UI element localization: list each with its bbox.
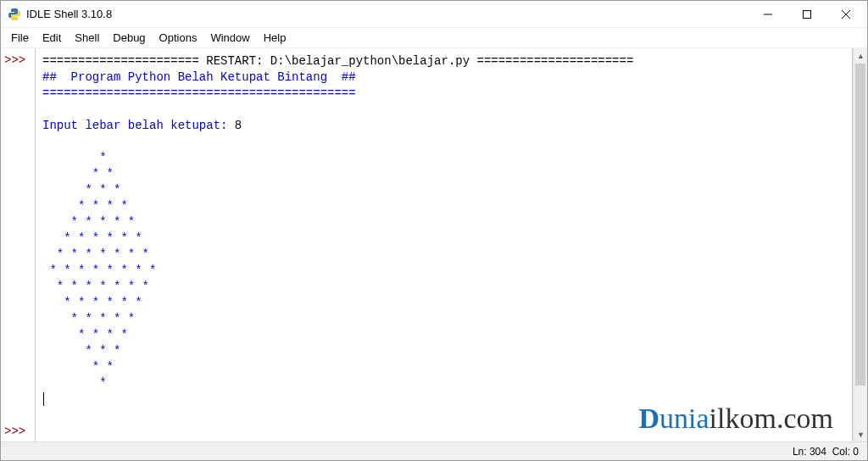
menubar: File Edit Shell Debug Options Window Hel… bbox=[1, 28, 867, 48]
menu-debug[interactable]: Debug bbox=[106, 30, 152, 46]
pattern-row: * * bbox=[42, 360, 120, 374]
text-cursor bbox=[43, 392, 44, 406]
svg-rect-1 bbox=[804, 10, 811, 18]
pattern-row: * * * bbox=[42, 183, 128, 197]
window-title: IDLE Shell 3.10.8 bbox=[26, 8, 112, 20]
pattern-row: * * * * * * * bbox=[42, 247, 156, 261]
pattern-row: * bbox=[42, 151, 114, 164]
scroll-down-icon[interactable]: ▼ bbox=[854, 427, 868, 442]
pattern-row: * * * * * bbox=[42, 312, 142, 325]
python-icon bbox=[8, 8, 21, 21]
ln-value: 304 bbox=[810, 446, 826, 458]
menu-edit[interactable]: Edit bbox=[36, 30, 68, 46]
col-value: 0 bbox=[853, 446, 859, 458]
prompt-gutter: >>> >>> bbox=[1, 48, 35, 442]
editor-area: >>> >>> ====================== RESTART: … bbox=[1, 48, 867, 442]
input-value: 8 bbox=[235, 119, 242, 132]
pattern-row: * * * bbox=[42, 344, 128, 358]
menu-options[interactable]: Options bbox=[153, 30, 204, 46]
pattern-row: * * * * bbox=[42, 199, 135, 213]
pattern-row: * * * * bbox=[42, 328, 135, 342]
pattern-row: * * * * * bbox=[42, 215, 142, 229]
minimize-button[interactable] bbox=[748, 1, 787, 28]
ln-label: Ln: bbox=[793, 446, 807, 458]
scroll-up-icon[interactable]: ▲ bbox=[854, 48, 868, 63]
input-prompt: Input lebar belah ketupat: bbox=[42, 119, 235, 132]
header-divider: ========================================… bbox=[42, 86, 356, 100]
prompt-top: >>> bbox=[4, 53, 31, 67]
restart-line: ====================== RESTART: D:\belaj… bbox=[42, 54, 633, 68]
pattern-row: * * * * * * * bbox=[42, 280, 156, 293]
titlebar: IDLE Shell 3.10.8 bbox=[1, 1, 867, 28]
shell-output[interactable]: ====================== RESTART: D:\belaj… bbox=[35, 48, 853, 442]
maximize-button[interactable] bbox=[787, 1, 826, 28]
menu-help[interactable]: Help bbox=[257, 30, 293, 46]
pattern-row: * * * * * * bbox=[42, 296, 149, 309]
pattern-row: * * * * * * * * bbox=[42, 264, 164, 277]
close-button[interactable] bbox=[826, 1, 865, 28]
prompt-bottom: >>> bbox=[4, 425, 31, 438]
col-label: Col: bbox=[832, 446, 850, 458]
menu-file[interactable]: File bbox=[4, 30, 36, 46]
menu-shell[interactable]: Shell bbox=[68, 30, 106, 46]
pattern-row: * * * * * * bbox=[42, 231, 149, 245]
vertical-scrollbar[interactable]: ▲ ▼ bbox=[853, 48, 867, 442]
pattern-row: * * bbox=[42, 167, 120, 181]
pattern-row: * bbox=[42, 376, 114, 390]
menu-window[interactable]: Window bbox=[203, 30, 256, 46]
header-title: ## Program Python Belah Ketupat Bintang … bbox=[42, 70, 356, 84]
statusbar: Ln: 304 Col: 0 bbox=[1, 442, 867, 460]
scroll-thumb[interactable] bbox=[855, 64, 865, 386]
